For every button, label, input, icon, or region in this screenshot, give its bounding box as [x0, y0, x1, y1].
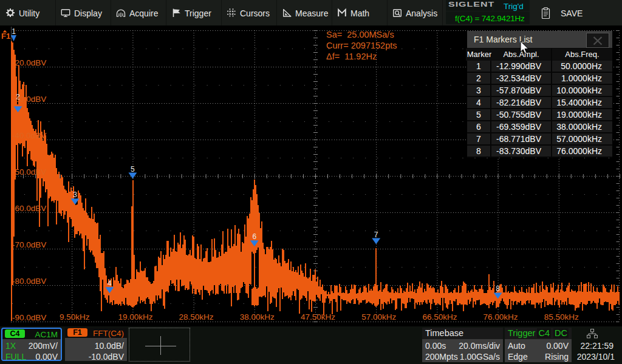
svg-text:4: 4 [108, 279, 112, 288]
svg-text:7: 7 [374, 231, 378, 239]
svg-text:19.00kHz: 19.00kHz [118, 312, 152, 322]
svg-text:66.50kHz: 66.50kHz [422, 312, 457, 322]
svg-text:47.50kHz: 47.50kHz [301, 312, 335, 322]
svg-text:Δf= 11.92Hz: Δf= 11.92Hz [326, 52, 377, 61]
svg-text:-20.0dBV: -20.0dBV [12, 58, 46, 67]
svg-text:-90.0dBV: -90.0dBV [12, 313, 46, 322]
svg-text:Curr= 2097152pts: Curr= 2097152pts [326, 41, 397, 50]
svg-text:76.00kHz: 76.00kHz [484, 312, 518, 322]
svg-text:38.00kHz: 38.00kHz [240, 312, 275, 322]
svg-text:8: 8 [496, 285, 500, 293]
svg-text:5: 5 [131, 165, 135, 174]
svg-text:6: 6 [252, 232, 256, 241]
svg-text:3: 3 [73, 190, 77, 199]
svg-text:-30.0dBV: -30.0dBV [12, 95, 46, 104]
svg-text:-40.0dBV: -40.0dBV [12, 131, 46, 140]
svg-text:1: 1 [12, 27, 16, 36]
svg-text:-70.0dBV: -70.0dBV [12, 240, 46, 249]
svg-text:9.50kHz: 9.50kHz [60, 312, 90, 322]
svg-text:F1: F1 [1, 32, 10, 41]
svg-text:57.00kHz: 57.00kHz [361, 312, 396, 322]
svg-text:-60.0dBV: -60.0dBV [12, 204, 46, 213]
svg-text:-80.0dBV: -80.0dBV [12, 277, 46, 286]
svg-text:-50.0dBV: -50.0dBV [12, 167, 46, 177]
svg-text:28.50kHz: 28.50kHz [179, 312, 214, 322]
svg-text:85.50kHz: 85.50kHz [544, 312, 579, 322]
svg-text:Sa= 25.00MSa/s: Sa= 25.00MSa/s [326, 30, 394, 39]
